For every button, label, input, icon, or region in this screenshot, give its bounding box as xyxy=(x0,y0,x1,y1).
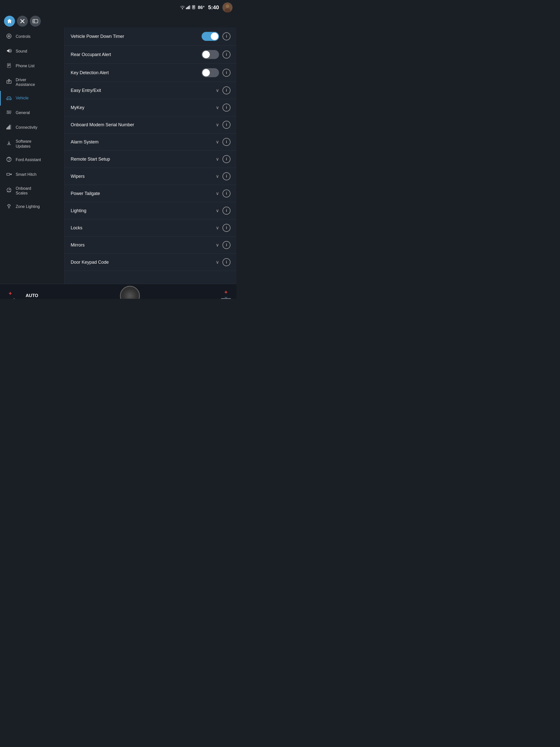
mykey-info[interactable]: i xyxy=(222,104,231,111)
phone-signal-icon xyxy=(192,5,195,10)
rear-occupant-alert-controls: i xyxy=(202,50,231,59)
home-button[interactable] xyxy=(4,16,15,27)
driver-assistance-icon xyxy=(6,79,12,86)
power-tailgate-info[interactable]: i xyxy=(222,189,231,198)
remote-start-setup-row[interactable]: Remote Start Setup ∨ i xyxy=(65,151,236,168)
svg-point-47 xyxy=(9,190,9,190)
onboard-modem-serial-info[interactable]: i xyxy=(222,121,231,129)
sidebar-item-label: OnboardScales xyxy=(16,186,31,196)
sidebar-item-phone-list[interactable]: Phone List xyxy=(0,59,64,74)
alarm-system-info[interactable]: i xyxy=(222,138,231,146)
onboard-modem-serial-label: Onboard Modem Serial Number xyxy=(71,122,216,128)
sidebar-item-sound[interactable]: Sound xyxy=(0,44,64,59)
sidebar-item-label: General xyxy=(16,110,30,115)
mykey-chevron[interactable]: ∨ xyxy=(216,105,219,110)
key-detection-alert-info[interactable]: i xyxy=(222,69,231,77)
user-avatar[interactable] xyxy=(222,2,233,12)
sound-icon xyxy=(6,48,12,55)
main-layout: Controls Sound Phone List xyxy=(0,27,236,284)
door-keypad-code-row[interactable]: Door Keypad Code ∨ i xyxy=(65,254,236,271)
remote-start-setup-label: Remote Start Setup xyxy=(71,157,216,162)
locks-row[interactable]: Locks ∨ i xyxy=(65,220,236,236)
lighting-label: Lighting xyxy=(71,208,216,213)
svg-line-55 xyxy=(8,205,8,205)
sidebar-item-controls[interactable]: Controls xyxy=(0,29,64,44)
vehicle-power-down-timer-label: Vehicle Power Down Timer xyxy=(71,34,202,39)
toggle-thumb xyxy=(202,51,210,58)
mykey-row[interactable]: MyKey ∨ i xyxy=(65,99,236,116)
svg-rect-57 xyxy=(221,299,231,299)
remote-start-setup-chevron[interactable]: ∨ xyxy=(216,156,219,162)
svg-point-28 xyxy=(10,99,11,100)
easy-entry-exit-controls: ∨ i xyxy=(216,86,231,94)
volume-knob[interactable] xyxy=(120,286,140,299)
wipers-chevron[interactable]: ∨ xyxy=(216,174,219,179)
onboard-modem-serial-controls: ∨ i xyxy=(216,121,231,129)
lighting-row[interactable]: Lighting ∨ i xyxy=(65,202,236,220)
wipers-info[interactable]: i xyxy=(222,172,231,180)
key-detection-alert-toggle[interactable] xyxy=(202,68,219,77)
easy-entry-exit-row[interactable]: Easy Entry/Exit ∨ i xyxy=(65,82,236,99)
svg-point-42 xyxy=(9,160,9,161)
signal-bars-icon xyxy=(186,5,191,10)
svg-rect-36 xyxy=(6,128,7,129)
sidebar-item-ford-assistant[interactable]: Ford Assistant xyxy=(0,153,64,167)
rear-occupant-alert-label: Rear Occupant Alert xyxy=(71,52,202,57)
locks-label: Locks xyxy=(71,225,216,231)
mirrors-chevron[interactable]: ∨ xyxy=(216,242,219,248)
alarm-system-chevron[interactable]: ∨ xyxy=(216,139,219,145)
sidebar-item-smart-hitch[interactable]: Smart Hitch xyxy=(0,167,64,182)
rear-defrost-control[interactable]: + xyxy=(220,289,232,299)
auto-lines: — — — xyxy=(24,298,39,299)
svg-rect-38 xyxy=(8,126,9,129)
sidebar-item-label: Zone Lighting xyxy=(16,204,40,209)
rear-occupant-alert-row: Rear Occupant Alert i xyxy=(65,46,236,64)
vehicle-power-down-timer-toggle[interactable] xyxy=(202,32,219,41)
rear-defrost-plus: + xyxy=(224,289,228,295)
sidebar-item-driver-assistance[interactable]: DriverAssistance xyxy=(0,74,64,91)
rear-occupant-alert-info[interactable]: i xyxy=(222,51,231,58)
sidebar-item-connectivity[interactable]: Connectivity xyxy=(0,120,64,135)
svg-line-56 xyxy=(10,205,10,205)
sidebar-item-onboard-scales[interactable]: OnboardScales xyxy=(0,182,64,200)
mirrors-row[interactable]: Mirrors ∨ i xyxy=(65,236,236,254)
remote-start-setup-info[interactable]: i xyxy=(222,155,231,163)
sidebar-item-label: Sound xyxy=(16,49,27,54)
svg-rect-0 xyxy=(186,8,187,9)
sidebar-item-zone-lighting[interactable]: Zone Lighting xyxy=(0,200,64,214)
power-tailgate-row[interactable]: Power Tailgate ∨ i xyxy=(65,185,236,202)
key-detection-alert-row: Key Detection Alert i xyxy=(65,64,236,82)
svg-rect-22 xyxy=(7,80,11,83)
vehicle-power-down-timer-info[interactable]: i xyxy=(222,32,231,40)
sidebar-item-label: Controls xyxy=(16,34,31,39)
locks-chevron[interactable]: ∨ xyxy=(216,225,219,231)
power-tailgate-chevron[interactable]: ∨ xyxy=(216,191,219,196)
locks-info[interactable]: i xyxy=(222,224,231,232)
alarm-system-row[interactable]: Alarm System ∨ i xyxy=(65,133,236,151)
ford-assistant-icon xyxy=(6,157,12,163)
settings-content: Vehicle Power Down Timer i Rear Occupant… xyxy=(65,27,236,284)
mirrors-info[interactable]: i xyxy=(222,241,231,249)
onboard-modem-serial-chevron[interactable]: ∨ xyxy=(216,122,219,128)
sidebar-item-vehicle[interactable]: Vehicle xyxy=(0,91,64,106)
door-keypad-code-chevron[interactable]: ∨ xyxy=(216,259,219,265)
svg-point-34 xyxy=(9,112,9,113)
media-button[interactable] xyxy=(30,16,41,27)
sidebar-item-general[interactable]: General xyxy=(0,106,64,120)
wipers-row[interactable]: Wipers ∨ i xyxy=(65,168,236,185)
temp-left-plus[interactable]: + xyxy=(9,290,12,297)
mirrors-label: Mirrors xyxy=(71,242,216,248)
lighting-chevron[interactable]: ∨ xyxy=(216,208,219,213)
easy-entry-exit-chevron[interactable]: ∨ xyxy=(216,88,219,93)
svg-point-33 xyxy=(7,111,8,111)
onboard-modem-serial-row[interactable]: Onboard Modem Serial Number ∨ i xyxy=(65,116,236,133)
sidebar-item-software-updates[interactable]: SoftwareUpdates xyxy=(0,135,64,152)
key-detection-alert-label: Key Detection Alert xyxy=(71,70,202,75)
close-button[interactable] xyxy=(17,16,28,27)
easy-entry-exit-info[interactable]: i xyxy=(222,86,231,94)
svg-point-9 xyxy=(226,4,229,8)
rear-occupant-alert-toggle[interactable] xyxy=(202,50,219,59)
door-keypad-code-info[interactable]: i xyxy=(222,258,231,266)
lighting-info[interactable]: i xyxy=(222,207,231,215)
svg-rect-6 xyxy=(193,6,194,8)
